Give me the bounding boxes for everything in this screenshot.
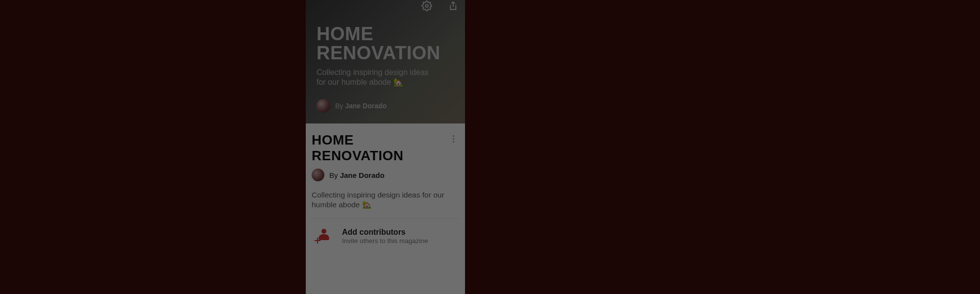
section-description: Collecting inspiring design ideas for ou… [312,190,459,210]
section-byline: By Jane Dorado [329,171,385,179]
add-contributors-button[interactable]: Add contributors Invite others to this m… [312,219,459,253]
section-author-row[interactable]: By Jane Dorado [312,169,459,181]
add-person-icon [315,228,331,245]
avatar [312,169,324,181]
magazine-hero: HOME RENOVATION Collecting inspiring des… [306,0,465,123]
contributors-subtitle: Invite others to this magazine [342,237,428,245]
phone-screen: HOME RENOVATION Collecting inspiring des… [306,0,465,294]
hero-title: HOME RENOVATION [317,24,454,63]
hero-author-row[interactable]: By Jane Dorado [317,99,387,113]
hero-byline: By Jane Dorado [335,102,387,110]
share-icon[interactable] [446,0,458,12]
svg-point-0 [425,4,428,7]
magazine-details: HOME RENOVATION By Jane Dorado Collectin… [306,123,465,253]
gear-icon[interactable] [421,0,433,12]
section-title: HOME RENOVATION [312,132,447,164]
contributors-title: Add contributors [342,228,428,237]
hero-description: Collecting inspiring design ideas for ou… [317,68,429,87]
dim-overlay [0,0,980,294]
avatar [317,99,330,113]
more-icon[interactable] [447,132,459,143]
